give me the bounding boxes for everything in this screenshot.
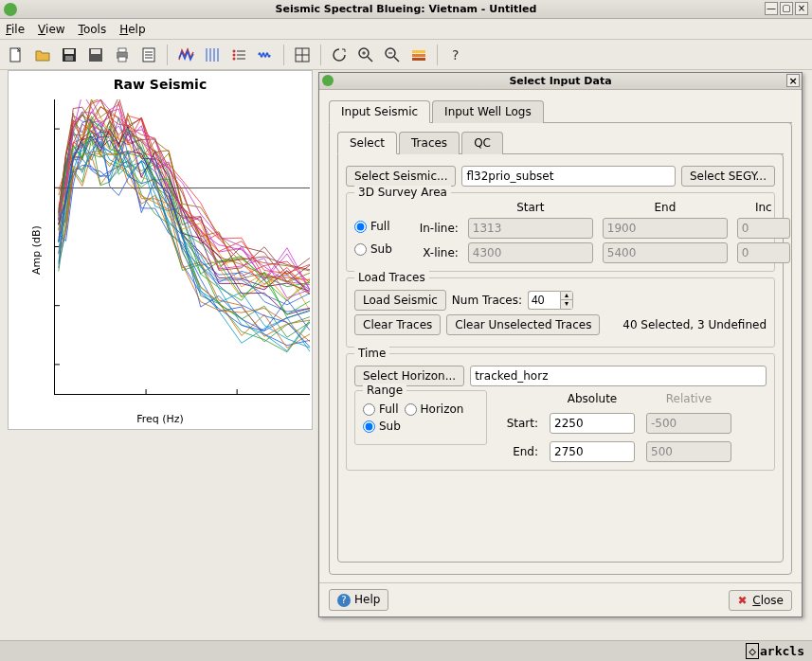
horizon-name-field[interactable] [470, 366, 767, 386]
inner-tabstrip: Select Traces QC [337, 131, 784, 154]
spin-down-icon[interactable]: ▾ [561, 300, 572, 309]
window-maximize-button[interactable]: ▢ [780, 2, 793, 15]
num-traces-field[interactable] [528, 291, 560, 310]
help-circle-icon: ? [337, 594, 351, 607]
y-tick: 20 [54, 124, 55, 134]
range-sub-radio[interactable]: Sub [363, 420, 401, 433]
svg-point-19 [233, 57, 236, 60]
select-segy-button[interactable]: Select SEGY... [681, 166, 775, 187]
chart-plot-area: -60-40-2002050100 [54, 99, 310, 395]
toolbar: ? [0, 40, 812, 70]
svg-rect-33 [412, 50, 425, 53]
spectrum-icon[interactable] [175, 45, 196, 65]
svg-rect-7 [118, 48, 126, 52]
zoom-in-icon[interactable] [355, 45, 376, 65]
app-icon [4, 3, 17, 16]
load-traces-legend: Load Traces [354, 271, 429, 284]
xline-start-field [468, 242, 593, 263]
rel-start-field [646, 413, 731, 434]
save-as-icon[interactable] [85, 45, 106, 65]
dialog-help-button[interactable]: ?Help [329, 589, 388, 611]
dialog-close-button[interactable]: ✖ Close [729, 590, 792, 611]
tab-traces[interactable]: Traces [399, 132, 460, 154]
tab-select[interactable]: Select [337, 132, 397, 154]
open-file-icon[interactable] [32, 45, 53, 65]
inline-label: In-line: [402, 222, 459, 235]
print-icon[interactable] [112, 45, 133, 65]
svg-rect-3 [65, 56, 73, 61]
new-file-icon[interactable] [6, 45, 27, 65]
svg-rect-35 [412, 58, 425, 61]
svg-point-18 [233, 53, 236, 56]
load-seismic-button[interactable]: Load Seismic [354, 290, 446, 311]
report-icon[interactable] [138, 45, 159, 65]
survey-area-legend: 3D Survey Area [354, 186, 451, 199]
save-icon[interactable] [59, 45, 80, 65]
y-tick: -20 [54, 241, 55, 252]
survey-start-header: Start [468, 201, 593, 214]
list-icon[interactable] [228, 45, 249, 65]
num-traces-spinner[interactable]: ▴▾ [528, 291, 573, 310]
color-map-icon[interactable] [408, 45, 429, 65]
window-title: Seismic Spectral Blueing: Vietnam - Unti… [276, 3, 537, 15]
menu-tools[interactable]: Tools [79, 23, 107, 36]
tab-qc[interactable]: QC [461, 132, 503, 154]
grid-icon[interactable] [292, 45, 313, 65]
rel-end-field [646, 441, 731, 462]
window-minimize-button[interactable]: — [765, 2, 778, 15]
wavelet-icon[interactable] [255, 45, 276, 65]
svg-rect-34 [412, 54, 425, 57]
dialog-icon [322, 75, 334, 86]
menu-file[interactable]: File [6, 23, 25, 36]
select-input-data-dialog: Select Input Data × Input Seismic Input … [318, 72, 803, 617]
svg-rect-8 [118, 57, 126, 62]
statusbar: ◇arkcls [0, 640, 812, 661]
select-seismic-button[interactable]: Select Seismic... [346, 166, 456, 187]
svg-line-27 [368, 57, 372, 62]
outer-tabstrip: Input Seismic Input Well Logs [329, 99, 792, 123]
zoom-out-icon[interactable] [382, 45, 403, 65]
inline-end-field [603, 218, 728, 239]
relative-header: Relative [646, 392, 731, 405]
y-tick: -40 [54, 300, 55, 311]
dialog-titlebar: Select Input Data × [319, 73, 802, 90]
time-start-label: Start: [498, 417, 538, 430]
dialog-close-icon[interactable]: × [786, 74, 800, 87]
svg-text:?: ? [452, 47, 459, 63]
survey-full-radio[interactable]: Full [354, 220, 392, 233]
chart-x-label: Freq (Hz) [136, 413, 184, 425]
menu-help[interactable]: Help [119, 23, 145, 36]
tab-input-seismic[interactable]: Input Seismic [329, 100, 430, 123]
window-titlebar: Seismic Spectral Blueing: Vietnam - Unti… [0, 0, 812, 19]
survey-sub-radio[interactable]: Sub [354, 242, 392, 256]
tab-input-well-logs[interactable]: Input Well Logs [432, 100, 544, 123]
range-legend: Range [363, 384, 406, 397]
window-close-button[interactable]: × [795, 2, 808, 15]
help-icon[interactable]: ? [445, 45, 466, 65]
svg-point-17 [233, 49, 236, 52]
num-traces-label: Num Traces: [452, 294, 522, 307]
close-x-icon: ✖ [737, 594, 747, 607]
svg-rect-2 [64, 49, 74, 54]
svg-line-31 [394, 57, 399, 62]
clear-unselected-traces-button[interactable]: Clear Unselected Traces [446, 314, 600, 335]
refresh-icon[interactable] [329, 45, 350, 65]
range-full-radio[interactable]: Full [363, 402, 399, 416]
abs-start-field[interactable] [550, 413, 635, 434]
seismic-name-field[interactable] [461, 166, 675, 187]
abs-end-field[interactable] [550, 441, 635, 462]
chart-panel: Raw Seismic Amp (dB) Freq (Hz) -60-40-20… [8, 70, 313, 430]
traces-icon[interactable] [202, 45, 223, 65]
clear-traces-button[interactable]: Clear Traces [354, 314, 441, 335]
survey-inc-header: Inc [737, 201, 790, 214]
menubar: File View Tools Help [0, 19, 812, 40]
xline-end-field [603, 242, 728, 263]
menu-view[interactable]: View [38, 23, 64, 36]
dialog-title: Select Input Data [509, 75, 611, 87]
chart-y-label: Amp (dB) [30, 225, 43, 275]
xline-inc-field [737, 242, 790, 263]
traces-status-text: 40 Selected, 3 Undefined [623, 318, 767, 331]
range-horizon-radio[interactable]: Horizon [405, 402, 464, 416]
inline-start-field [468, 218, 593, 239]
time-end-label: End: [498, 445, 538, 458]
